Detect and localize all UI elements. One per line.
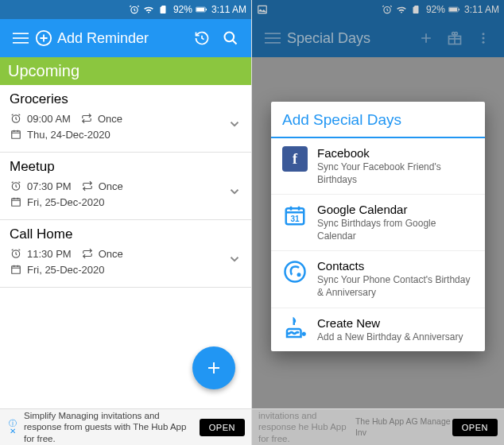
svg-rect-5 — [13, 37, 29, 39]
option-sub: Add a New Birthday & Anniversary — [317, 331, 474, 344]
reminder-time: 09:00 AM — [27, 113, 71, 125]
svg-rect-3 — [206, 9, 207, 10]
sim-icon — [410, 4, 421, 15]
chevron-down-icon[interactable] — [227, 184, 242, 199]
svg-rect-2 — [196, 8, 204, 12]
option-label: Create New — [317, 316, 474, 330]
battery-text: 92% — [426, 4, 445, 15]
ad-open-button[interactable]: OPEN — [452, 419, 498, 436]
dialog-title: Add Special Days — [271, 102, 485, 138]
clock-icon — [10, 247, 22, 260]
svg-point-30 — [298, 274, 300, 277]
app-bar: Add Reminder — [0, 19, 251, 57]
svg-rect-10 — [12, 131, 21, 138]
svg-rect-6 — [13, 42, 29, 44]
battery-icon — [196, 4, 207, 15]
reminder-repeat: Once — [99, 248, 123, 260]
reminder-item[interactable]: Meetup 07:30 PM Once Fri, 25-Dec-2020 — [0, 153, 251, 220]
facebook-icon: f — [282, 146, 308, 172]
birthday-icon — [282, 316, 308, 342]
ad-text: invitations and response he Hub App for … — [258, 410, 355, 444]
calendar-icon — [10, 195, 22, 208]
battery-text: 92% — [173, 4, 192, 15]
history-button[interactable] — [188, 24, 216, 52]
svg-rect-20 — [265, 33, 281, 34]
fab-add-button[interactable] — [192, 346, 235, 389]
chevron-down-icon[interactable] — [227, 117, 242, 131]
status-bar: 92% 3:11 AM — [252, 0, 504, 19]
add-reminder-label: Add Reminder — [57, 30, 149, 47]
add-special-days-dialog: Add Special Days f Facebook Sync Your Fa… — [271, 102, 485, 351]
reminder-time: 11:30 PM — [27, 248, 72, 260]
app-bar: Special Days — [252, 19, 504, 57]
repeat-icon — [80, 112, 93, 125]
svg-rect-12 — [12, 199, 21, 206]
phone-left: 92% 3:11 AM Add Reminder Upcoming — [0, 0, 252, 445]
sim-icon — [157, 4, 169, 15]
time-text: 3:11 AM — [211, 4, 246, 15]
svg-rect-19 — [459, 9, 459, 10]
add-button[interactable] — [412, 24, 440, 52]
battery-icon — [448, 4, 459, 15]
alarm-icon — [382, 4, 393, 15]
page-title: Special Days — [287, 30, 412, 47]
clock-icon — [10, 180, 22, 192]
status-bar: 92% 3:11 AM — [0, 0, 251, 19]
svg-point-24 — [483, 33, 485, 35]
reminder-item[interactable]: Groceries 09:00 AM Once Thu, 24-Dec-2020 — [0, 85, 251, 153]
svg-point-29 — [285, 262, 305, 282]
option-contacts[interactable]: Contacts Sync Your Phone Contact's Birth… — [271, 251, 485, 308]
option-label: Facebook — [317, 146, 474, 160]
clock-icon — [10, 112, 22, 125]
reminder-list: Groceries 09:00 AM Once Thu, 24-Dec-2020… — [0, 85, 251, 288]
svg-rect-14 — [12, 266, 21, 273]
ad-text-2: The Hub App AG Manage Inv — [355, 416, 452, 437]
svg-point-25 — [483, 37, 485, 40]
option-label: Contacts — [317, 259, 474, 273]
ad-banner[interactable]: invitations and response he Hub App for … — [252, 408, 504, 445]
chevron-down-icon[interactable] — [227, 252, 242, 266]
reminder-title: Groceries — [10, 91, 242, 107]
reminder-date: Fri, 25-Dec-2020 — [27, 196, 105, 208]
reminder-repeat: Once — [98, 113, 122, 125]
reminder-repeat: Once — [99, 180, 123, 192]
gift-button[interactable] — [440, 24, 469, 52]
option-sub: Sync Your Phone Contact's Birthday & Ann… — [317, 274, 474, 299]
alarm-icon — [129, 4, 140, 15]
svg-rect-22 — [265, 42, 281, 44]
svg-rect-21 — [265, 37, 281, 39]
svg-text:31: 31 — [290, 215, 300, 223]
option-sub: Sync Birthdays from Google Calendar — [317, 218, 474, 242]
reminder-date: Fri, 25-Dec-2020 — [27, 264, 105, 276]
wifi-icon — [396, 4, 407, 15]
contacts-icon — [282, 259, 308, 284]
svg-point-26 — [483, 41, 485, 44]
reminder-time: 07:30 PM — [27, 180, 72, 192]
repeat-icon — [81, 247, 94, 260]
calendar-icon — [10, 128, 22, 141]
reminder-title: Call Home — [10, 226, 242, 242]
section-header: Upcoming — [0, 57, 251, 85]
calendar-icon: 31 — [282, 203, 308, 228]
menu-button[interactable] — [6, 24, 35, 52]
reminder-item[interactable]: Call Home 11:30 PM Once Fri, 25-Dec-2020 — [0, 220, 251, 288]
calendar-icon — [10, 263, 22, 276]
svg-rect-18 — [449, 8, 457, 12]
add-reminder-button[interactable]: Add Reminder — [35, 29, 188, 47]
wifi-icon — [143, 4, 154, 15]
ad-open-button[interactable]: OPEN — [200, 419, 245, 436]
ad-text: Simplify Managing invitations and respon… — [24, 410, 200, 444]
option-google-calendar[interactable]: 31 Google Calendar Sync Birthdays from G… — [271, 195, 485, 251]
ad-banner[interactable]: ⓘ✕ Simplify Managing invitations and res… — [0, 408, 251, 445]
option-label: Google Calendar — [317, 203, 474, 216]
repeat-icon — [81, 180, 94, 192]
search-button[interactable] — [216, 24, 245, 52]
overflow-button[interactable] — [469, 24, 498, 52]
phone-right: 92% 3:11 AM Special Days invitations and… — [252, 0, 504, 445]
menu-button[interactable] — [258, 24, 287, 52]
ad-info-icon: ⓘ✕ — [6, 420, 19, 435]
option-facebook[interactable]: f Facebook Sync Your Facebook Friend's B… — [271, 138, 485, 195]
reminder-date: Thu, 24-Dec-2020 — [27, 129, 110, 141]
option-sub: Sync Your Facebook Friend's Birthdays — [317, 161, 474, 186]
option-create-new[interactable]: Create New Add a New Birthday & Annivers… — [271, 308, 485, 352]
